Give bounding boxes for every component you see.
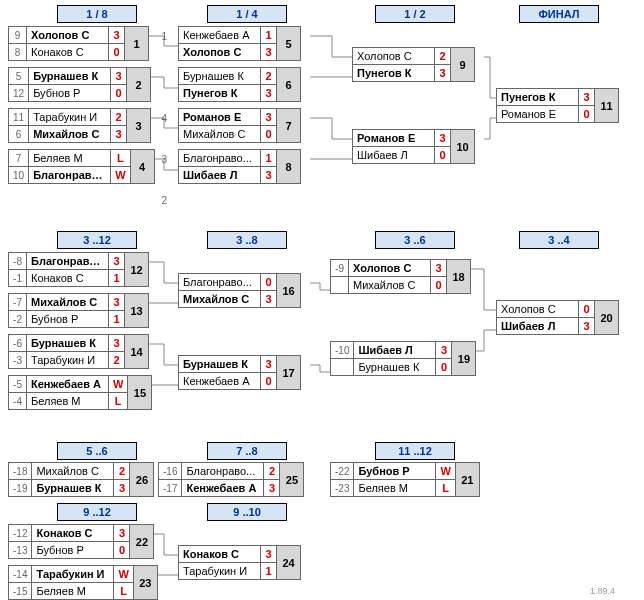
stage-label-final: ФИНАЛ [519,5,599,23]
player-name: Романов Е [497,106,579,123]
seed-cell: -9 [331,260,349,277]
player-score: 3 [261,85,277,102]
match-10[interactable]: Романов Е310Шибаев Л0 [352,129,475,164]
player-score: 1 [261,27,277,44]
match-12[interactable]: -8Благонраво...312-1Конаков С1 [8,252,149,287]
player-score: L [436,480,455,497]
player-score: 3 [261,44,277,61]
match-18[interactable]: -9Холопов С318Михайлов С0 [330,259,471,294]
player-score: 3 [109,253,125,270]
player-score: 3 [579,89,595,106]
player-score: 0 [431,277,447,294]
player-name: Пунегов К [179,85,261,102]
match-8[interactable]: Благонраво...18Шибаев Л3 [178,149,301,184]
seed-cell: -10 [331,342,354,359]
player-name: Холопов С [349,260,431,277]
match-number: 17 [277,356,301,390]
seed-cell: -4 [9,393,27,410]
player-name: Шибаев Л [354,342,436,359]
stage-label-s38: 3 ..8 [207,231,287,249]
seed-marker: 4 [151,113,167,124]
seed-cell: -12 [9,525,32,542]
match-25[interactable]: -16Благонраво...225-17Кенжебаев А3 [158,462,304,497]
match-1[interactable]: 9Холопов С318Конаков С0 [8,26,149,61]
player-name: Конаков С [32,525,114,542]
player-name: Благонраво... [179,150,261,167]
stage-label-s34: 3 ..4 [519,231,599,249]
player-name: Бурнашев К [29,68,111,85]
match-number: 1 [125,27,149,61]
seed-cell: -15 [9,583,32,600]
match-6[interactable]: Бурнашев К26Пунегов К3 [178,67,301,102]
seed-cell: -2 [9,311,27,328]
match-number: 18 [447,260,471,294]
match-16[interactable]: Благонраво...016Михайлов С3 [178,273,301,308]
player-score: 3 [111,126,127,143]
match-23[interactable]: -14Тарабукин ИW23-15Беляев МL [8,565,158,600]
player-score: 1 [109,311,125,328]
player-score: 2 [111,109,127,126]
match-11[interactable]: Пунегов К311Романов Е0 [496,88,619,123]
player-score: L [111,150,130,167]
player-score: 0 [579,301,595,318]
match-9[interactable]: Холопов С29Пунегов К3 [352,47,475,82]
player-score: 0 [436,359,452,376]
match-number: 2 [127,68,151,102]
player-score: 0 [111,85,127,102]
match-5[interactable]: Кенжебаев А15Холопов С3 [178,26,301,61]
match-number: 19 [452,342,476,376]
seed-marker: 2 [151,195,167,206]
seed-cell: -16 [159,463,182,480]
match-7[interactable]: Романов Е37Михайлов С0 [178,108,301,143]
match-20[interactable]: Холопов С020Шибаев Л3 [496,300,619,335]
match-14[interactable]: -6Бурнашев К314-3Тарабукин И2 [8,334,149,369]
seed-cell: 11 [9,109,29,126]
player-name: Бурнашев К [27,335,109,352]
player-score: 3 [431,260,447,277]
match-number: 6 [277,68,301,102]
stage-label-r2: 1 / 2 [375,5,455,23]
seed-cell: -1 [9,270,27,287]
stage-label-r8: 1 / 8 [57,5,137,23]
player-score: 0 [109,44,125,61]
match-number: 9 [451,48,475,82]
match-13[interactable]: -7Михайлов С313-2Бубнов Р1 [8,293,149,328]
player-score: 3 [261,291,277,308]
player-name: Романов Е [353,130,435,147]
seed-cell: -22 [331,463,354,480]
seed-cell: 6 [9,126,29,143]
player-name: Бурнашев К [179,68,261,85]
player-score: 2 [435,48,451,65]
stage-label-s912: 9 ..12 [57,503,137,521]
stage-label-s36: 3 ..6 [375,231,455,249]
match-26[interactable]: -18Михайлов С226-19Бурнашев К3 [8,462,154,497]
player-name: Михайлов С [29,126,111,143]
seed-cell: -17 [159,480,182,497]
seed-cell: -14 [9,566,32,583]
match-24[interactable]: Конаков С324Тарабукин И1 [178,545,301,580]
player-score: 3 [114,480,130,497]
player-name: Конаков С [27,44,109,61]
match-15[interactable]: -5Кенжебаев АW15-4Беляев МL [8,375,152,410]
match-21[interactable]: -22Бубнов РW21-23Беляев МL [330,462,480,497]
match-4[interactable]: 7Беляев МL410Благонраво...W [8,149,155,184]
seed-cell: 12 [9,85,29,102]
player-score: 2 [109,352,125,369]
player-score: 3 [435,65,451,82]
match-17[interactable]: Бурнашев К317Кенжебаев А0 [178,355,301,390]
match-number: 20 [595,301,619,335]
player-score: 3 [114,525,130,542]
match-19[interactable]: -10Шибаев Л319Бурнашев К0 [330,341,476,376]
match-3[interactable]: 11Тарабукин И236Михайлов С3 [8,108,151,143]
seed-cell: 9 [9,27,27,44]
match-2[interactable]: 5Бурнашев К3212Бубнов Р0 [8,67,151,102]
player-name: Конаков С [179,546,261,563]
player-name: Тарабукин И [32,566,114,583]
match-number: 3 [127,109,151,143]
player-score: 3 [436,342,452,359]
seed-cell: 7 [9,150,29,167]
match-number: 13 [125,294,149,328]
match-22[interactable]: -12Конаков С322-13Бубнов Р0 [8,524,154,559]
player-score: 1 [261,563,277,580]
match-number: 23 [133,566,157,600]
